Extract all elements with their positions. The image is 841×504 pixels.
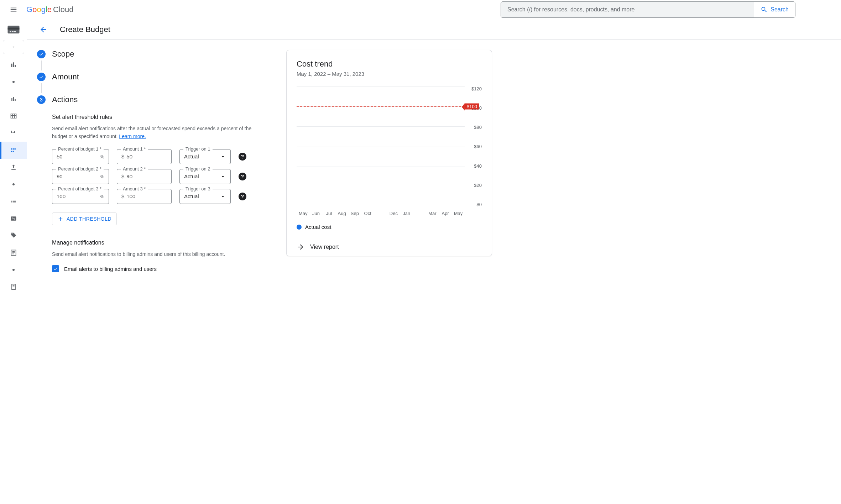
- x-tick: Jan: [400, 211, 413, 216]
- percent-field[interactable]: Percent of budget 1 * 50 %: [52, 149, 109, 164]
- currency-sign: $: [121, 173, 124, 179]
- chart-x-axis: MayJunJulAugSepOctDecJanMarAprMay: [297, 211, 482, 216]
- trigger-select[interactable]: Trigger on 1 Actual: [179, 149, 231, 164]
- step-label: Amount: [52, 73, 79, 81]
- document-icon: [10, 249, 17, 256]
- caret-down-icon: [11, 45, 16, 49]
- arrow-right-icon: [297, 243, 304, 251]
- x-tick: May: [452, 211, 465, 216]
- view-report-link[interactable]: View report: [287, 238, 492, 256]
- caret-down-icon: [220, 193, 226, 200]
- field-label: Trigger on 1: [183, 146, 213, 152]
- amount-complete-icon: [37, 73, 46, 81]
- trigger-select[interactable]: Trigger on 2 Actual: [179, 169, 231, 184]
- chart-legend: Actual cost: [297, 224, 482, 230]
- nav-overview[interactable]: [0, 56, 27, 73]
- learn-more-link[interactable]: Learn more.: [119, 133, 146, 139]
- search-button[interactable]: Search: [754, 2, 795, 17]
- hamburger-menu[interactable]: [7, 3, 20, 16]
- amount-field[interactable]: Amount 1 * $ 50: [117, 149, 172, 164]
- step-label: Scope: [52, 50, 74, 58]
- nav-tags[interactable]: [0, 227, 27, 244]
- cloud-label: Cloud: [53, 5, 73, 14]
- step-amount[interactable]: Amount: [37, 73, 272, 81]
- percent-value: 50: [57, 153, 63, 159]
- add-threshold-button[interactable]: ADD THRESHOLD: [52, 212, 117, 225]
- nav-activity[interactable]: [0, 278, 27, 295]
- x-tick: Dec: [387, 211, 400, 216]
- field-label: Trigger on 3: [183, 186, 213, 191]
- svg-text:%: %: [12, 217, 15, 220]
- amount-field[interactable]: Amount 2 * $ 90: [117, 169, 172, 184]
- field-label: Amount 1 *: [121, 146, 148, 152]
- gridline: [297, 187, 465, 187]
- x-tick: Jul: [323, 211, 335, 216]
- product-picker[interactable]: [3, 40, 24, 54]
- billing-product-icon: [7, 26, 20, 33]
- nav-export[interactable]: [0, 159, 27, 176]
- x-tick: Oct: [361, 211, 374, 216]
- step-scope[interactable]: Scope: [37, 50, 272, 58]
- amount-field[interactable]: Amount 3 * $ 100: [117, 189, 172, 204]
- percent-value: 100: [57, 193, 66, 199]
- nav-cost-table[interactable]: [0, 107, 27, 125]
- nav-item-2[interactable]: [0, 176, 27, 193]
- receipt-icon: [10, 283, 17, 290]
- budget-line: [297, 106, 465, 107]
- google-cloud-logo[interactable]: Google Cloud: [26, 5, 74, 14]
- nav-item-1[interactable]: [0, 73, 27, 90]
- nav-reports[interactable]: [0, 90, 27, 107]
- nav-budgets[interactable]: [0, 142, 27, 159]
- percent-field[interactable]: Percent of budget 2 * 90 %: [52, 169, 109, 184]
- subheader: Create Budget: [27, 19, 841, 40]
- field-label: Amount 3 *: [121, 186, 148, 191]
- trigger-value: Actual: [184, 153, 199, 159]
- dashboard-icon: [10, 61, 17, 68]
- y-tick: $0: [477, 202, 482, 207]
- thresholds-desc-text: Send email alert notifications after the…: [52, 126, 251, 139]
- amount-value: 50: [126, 153, 132, 159]
- trigger-value: Actual: [184, 193, 199, 199]
- budgets-icon: [10, 147, 17, 154]
- gridline: [297, 86, 465, 86]
- add-threshold-label: ADD THRESHOLD: [67, 216, 111, 222]
- threshold-row: Percent of budget 3 * 100 % Amount 3 * $…: [52, 189, 272, 204]
- view-report-label: View report: [310, 244, 339, 250]
- gridline: [297, 207, 465, 207]
- cost-trend-title: Cost trend: [297, 59, 482, 69]
- x-tick: [374, 211, 387, 216]
- percent-field[interactable]: Percent of budget 3 * 100 %: [52, 189, 109, 204]
- dot-icon: [12, 269, 15, 271]
- percent-sign: %: [100, 193, 104, 199]
- currency-sign: $: [121, 193, 124, 199]
- legend-swatch-icon: [297, 225, 302, 230]
- budget-tag: $100: [465, 103, 479, 109]
- nav-list[interactable]: [0, 193, 27, 210]
- step-label: Actions: [52, 95, 78, 104]
- notifications-title: Manage notifications: [52, 240, 272, 246]
- x-tick: Aug: [335, 211, 348, 216]
- field-label: Trigger on 2: [183, 166, 213, 172]
- nav-discounts[interactable]: %: [0, 210, 27, 227]
- email-alerts-checkbox[interactable]: [52, 265, 59, 272]
- search-input[interactable]: [501, 2, 754, 17]
- table-icon: [10, 112, 17, 120]
- help-icon[interactable]: ?: [239, 153, 246, 161]
- threshold-row: Percent of budget 1 * 50 % Amount 1 * $ …: [52, 149, 272, 164]
- check-icon: [53, 266, 58, 271]
- back-button[interactable]: [37, 23, 50, 36]
- help-icon[interactable]: ?: [239, 193, 246, 200]
- waterfall-icon: [10, 130, 17, 137]
- currency-sign: $: [121, 153, 124, 159]
- caret-down-icon: [220, 173, 226, 180]
- gridline: [297, 167, 465, 167]
- help-icon[interactable]: ?: [239, 173, 246, 180]
- search-button-label: Search: [771, 6, 789, 13]
- trigger-select[interactable]: Trigger on 3 Actual: [179, 189, 231, 204]
- dot-icon: [12, 81, 15, 83]
- percent-value: 90: [57, 173, 63, 179]
- nav-cost-breakdown[interactable]: [0, 125, 27, 142]
- y-tick: $20: [474, 183, 482, 188]
- nav-docs[interactable]: [0, 244, 27, 261]
- nav-item-3[interactable]: [0, 261, 27, 278]
